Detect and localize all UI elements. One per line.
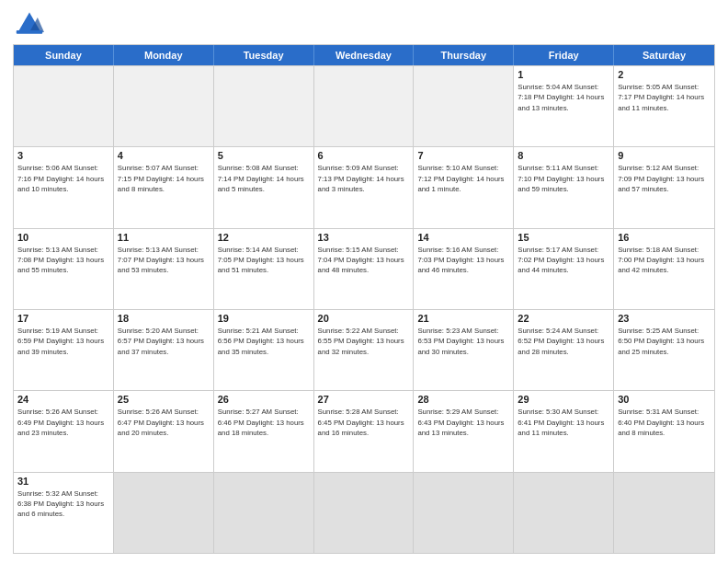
day-number: 13 [318, 232, 410, 243]
cal-cell [514, 473, 614, 553]
logo-icon [15, 9, 44, 39]
day-info: Sunrise: 5:06 AM Sunset: 7:16 PM Dayligh… [17, 163, 109, 194]
day-info: Sunrise: 5:11 AM Sunset: 7:10 PM Dayligh… [518, 163, 609, 194]
day-info: Sunrise: 5:29 AM Sunset: 6:43 PM Dayligh… [417, 407, 509, 438]
day-number: 14 [417, 232, 509, 243]
day-info: Sunrise: 5:13 AM Sunset: 7:07 PM Dayligh… [118, 245, 210, 276]
day-number: 16 [618, 232, 711, 243]
day-info: Sunrise: 5:26 AM Sunset: 6:49 PM Dayligh… [17, 407, 109, 438]
day-number: 22 [518, 313, 609, 324]
day-number: 17 [17, 313, 109, 324]
calendar-body: 1Sunrise: 5:04 AM Sunset: 7:18 PM Daylig… [14, 65, 714, 553]
cal-week-1: 3Sunrise: 5:06 AM Sunset: 7:16 PM Daylig… [14, 146, 714, 227]
day-info: Sunrise: 5:16 AM Sunset: 7:03 PM Dayligh… [417, 245, 509, 276]
day-info: Sunrise: 5:13 AM Sunset: 7:08 PM Dayligh… [17, 245, 109, 276]
cal-header-friday: Friday [514, 45, 614, 65]
day-info: Sunrise: 5:18 AM Sunset: 7:00 PM Dayligh… [618, 245, 711, 276]
day-number: 30 [618, 394, 711, 405]
page: SundayMondayTuesdayWednesdayThursdayFrid… [0, 0, 728, 563]
cal-header-saturday: Saturday [614, 45, 714, 65]
cal-cell: 12Sunrise: 5:14 AM Sunset: 7:05 PM Dayli… [214, 229, 314, 309]
cal-cell [14, 66, 114, 146]
cal-cell: 20Sunrise: 5:22 AM Sunset: 6:55 PM Dayli… [314, 310, 415, 390]
cal-cell: 25Sunrise: 5:26 AM Sunset: 6:47 PM Dayli… [114, 391, 214, 471]
day-number: 26 [218, 394, 310, 405]
header [13, 9, 715, 39]
day-info: Sunrise: 5:23 AM Sunset: 6:53 PM Dayligh… [417, 326, 509, 357]
day-number: 20 [318, 313, 410, 324]
cal-cell: 14Sunrise: 5:16 AM Sunset: 7:03 PM Dayli… [414, 229, 514, 309]
day-number: 15 [518, 232, 609, 243]
cal-cell: 17Sunrise: 5:19 AM Sunset: 6:59 PM Dayli… [14, 310, 114, 390]
day-info: Sunrise: 5:31 AM Sunset: 6:40 PM Dayligh… [618, 407, 711, 438]
day-number: 10 [17, 232, 109, 243]
day-info: Sunrise: 5:12 AM Sunset: 7:09 PM Dayligh… [618, 163, 711, 194]
cal-cell: 5Sunrise: 5:08 AM Sunset: 7:14 PM Daylig… [214, 147, 314, 227]
day-info: Sunrise: 5:17 AM Sunset: 7:02 PM Dayligh… [518, 245, 609, 276]
day-number: 5 [218, 150, 310, 161]
cal-cell [314, 66, 415, 146]
cal-cell: 23Sunrise: 5:25 AM Sunset: 6:50 PM Dayli… [614, 310, 714, 390]
day-number: 12 [218, 232, 310, 243]
cal-week-3: 17Sunrise: 5:19 AM Sunset: 6:59 PM Dayli… [14, 309, 714, 390]
day-info: Sunrise: 5:20 AM Sunset: 6:57 PM Dayligh… [118, 326, 210, 357]
day-info: Sunrise: 5:21 AM Sunset: 6:56 PM Dayligh… [218, 326, 310, 357]
cal-cell: 8Sunrise: 5:11 AM Sunset: 7:10 PM Daylig… [514, 147, 614, 227]
day-info: Sunrise: 5:30 AM Sunset: 6:41 PM Dayligh… [518, 407, 609, 438]
day-info: Sunrise: 5:09 AM Sunset: 7:13 PM Dayligh… [318, 163, 410, 194]
day-info: Sunrise: 5:22 AM Sunset: 6:55 PM Dayligh… [318, 326, 410, 357]
day-number: 19 [218, 313, 310, 324]
cal-cell: 31Sunrise: 5:32 AM Sunset: 6:38 PM Dayli… [14, 473, 114, 553]
cal-header-sunday: Sunday [14, 45, 114, 65]
cal-cell: 30Sunrise: 5:31 AM Sunset: 6:40 PM Dayli… [614, 391, 714, 471]
day-info: Sunrise: 5:19 AM Sunset: 6:59 PM Dayligh… [17, 326, 109, 357]
cal-week-2: 10Sunrise: 5:13 AM Sunset: 7:08 PM Dayli… [14, 228, 714, 309]
day-number: 24 [17, 394, 109, 405]
cal-cell: 13Sunrise: 5:15 AM Sunset: 7:04 PM Dayli… [314, 229, 415, 309]
cal-cell: 29Sunrise: 5:30 AM Sunset: 6:41 PM Dayli… [514, 391, 614, 471]
day-number: 27 [318, 394, 410, 405]
day-info: Sunrise: 5:32 AM Sunset: 6:38 PM Dayligh… [17, 488, 109, 520]
day-info: Sunrise: 5:25 AM Sunset: 6:50 PM Dayligh… [618, 326, 711, 357]
day-number: 29 [518, 394, 609, 405]
cal-cell: 16Sunrise: 5:18 AM Sunset: 7:00 PM Dayli… [614, 229, 714, 309]
cal-week-4: 24Sunrise: 5:26 AM Sunset: 6:49 PM Dayli… [14, 390, 714, 471]
cal-cell: 22Sunrise: 5:24 AM Sunset: 6:52 PM Dayli… [514, 310, 614, 390]
logo [13, 9, 44, 39]
cal-cell: 18Sunrise: 5:20 AM Sunset: 6:57 PM Dayli… [114, 310, 214, 390]
cal-cell: 7Sunrise: 5:10 AM Sunset: 7:12 PM Daylig… [414, 147, 514, 227]
day-info: Sunrise: 5:08 AM Sunset: 7:14 PM Dayligh… [218, 163, 310, 194]
cal-cell [414, 473, 514, 553]
day-number: 25 [118, 394, 210, 405]
day-number: 8 [518, 150, 609, 161]
cal-cell: 28Sunrise: 5:29 AM Sunset: 6:43 PM Dayli… [414, 391, 514, 471]
day-info: Sunrise: 5:10 AM Sunset: 7:12 PM Dayligh… [417, 163, 509, 194]
cal-cell [614, 473, 714, 553]
cal-cell: 11Sunrise: 5:13 AM Sunset: 7:07 PM Dayli… [114, 229, 214, 309]
cal-cell: 10Sunrise: 5:13 AM Sunset: 7:08 PM Dayli… [14, 229, 114, 309]
cal-cell: 1Sunrise: 5:04 AM Sunset: 7:18 PM Daylig… [514, 66, 614, 146]
cal-header-tuesday: Tuesday [214, 45, 314, 65]
cal-cell: 3Sunrise: 5:06 AM Sunset: 7:16 PM Daylig… [14, 147, 114, 227]
cal-cell [214, 66, 314, 146]
cal-header-monday: Monday [114, 45, 214, 65]
cal-cell [414, 66, 514, 146]
cal-cell: 4Sunrise: 5:07 AM Sunset: 7:15 PM Daylig… [114, 147, 214, 227]
day-number: 3 [17, 150, 109, 161]
day-number: 4 [118, 150, 210, 161]
day-number: 7 [417, 150, 509, 161]
day-info: Sunrise: 5:05 AM Sunset: 7:17 PM Dayligh… [618, 82, 711, 113]
cal-cell [114, 66, 214, 146]
cal-cell: 2Sunrise: 5:05 AM Sunset: 7:17 PM Daylig… [614, 66, 714, 146]
day-info: Sunrise: 5:07 AM Sunset: 7:15 PM Dayligh… [118, 163, 210, 194]
cal-cell: 27Sunrise: 5:28 AM Sunset: 6:45 PM Dayli… [314, 391, 415, 471]
cal-cell [314, 473, 415, 553]
day-number: 11 [118, 232, 210, 243]
day-info: Sunrise: 5:14 AM Sunset: 7:05 PM Dayligh… [218, 245, 310, 276]
cal-week-5: 31Sunrise: 5:32 AM Sunset: 6:38 PM Dayli… [14, 472, 714, 553]
day-number: 9 [618, 150, 711, 161]
cal-week-0: 1Sunrise: 5:04 AM Sunset: 7:18 PM Daylig… [14, 65, 714, 146]
cal-cell: 15Sunrise: 5:17 AM Sunset: 7:02 PM Dayli… [514, 229, 614, 309]
day-info: Sunrise: 5:28 AM Sunset: 6:45 PM Dayligh… [318, 407, 410, 438]
day-info: Sunrise: 5:26 AM Sunset: 6:47 PM Dayligh… [118, 407, 210, 438]
